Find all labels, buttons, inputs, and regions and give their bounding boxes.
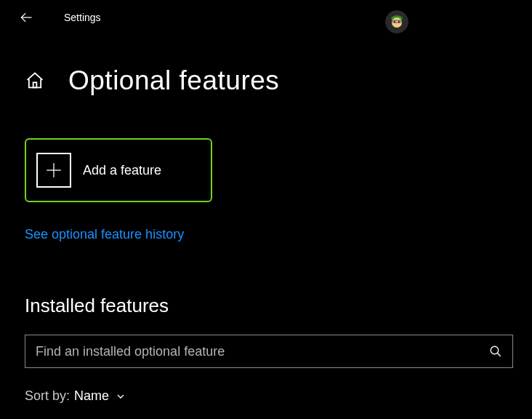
titlebar: Settings <box>0 0 532 35</box>
search-box[interactable] <box>25 335 513 368</box>
add-feature-label: Add a feature <box>83 163 161 178</box>
svg-rect-6 <box>33 82 37 87</box>
sort-row: Sort by: Name <box>25 388 507 404</box>
sort-value-text: Name <box>74 388 109 404</box>
plus-icon <box>44 161 63 180</box>
back-button[interactable] <box>15 6 38 29</box>
search-icon[interactable] <box>489 345 502 358</box>
svg-point-9 <box>491 346 499 354</box>
user-avatar[interactable] <box>385 10 408 33</box>
page-header: Optional features <box>25 65 507 96</box>
plus-icon-box <box>36 153 71 188</box>
installed-features-heading: Installed features <box>25 295 507 317</box>
add-feature-button[interactable]: Add a feature <box>25 138 212 202</box>
home-icon[interactable] <box>25 71 45 91</box>
search-input[interactable] <box>36 344 489 359</box>
sort-label: Sort by: <box>25 388 70 404</box>
window-title: Settings <box>64 12 101 23</box>
svg-line-10 <box>497 353 501 356</box>
content-area: Optional features Add a feature See opti… <box>0 65 532 404</box>
sort-dropdown[interactable]: Name <box>74 388 126 404</box>
page-title: Optional features <box>68 65 279 96</box>
optional-feature-history-link[interactable]: See optional feature history <box>25 227 507 242</box>
arrow-left-icon <box>19 10 33 25</box>
chevron-down-icon <box>115 391 126 402</box>
